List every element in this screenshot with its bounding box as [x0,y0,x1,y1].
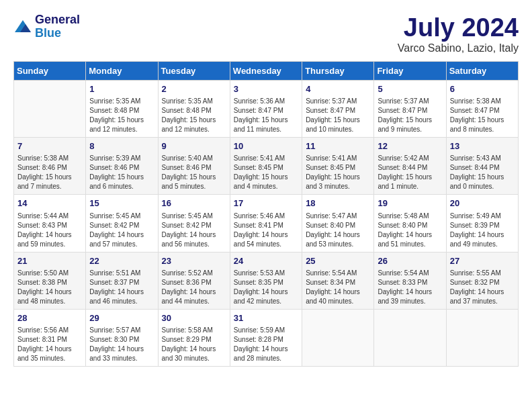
calendar-cell: 11Sunrise: 5:41 AM Sunset: 8:45 PM Dayli… [302,138,374,195]
day-info: Sunrise: 5:40 AM Sunset: 8:46 PM Dayligh… [162,154,226,191]
calendar-cell: 30Sunrise: 5:58 AM Sunset: 8:29 PM Dayli… [158,309,230,366]
day-number: 23 [162,255,226,267]
calendar-cell: 2Sunrise: 5:35 AM Sunset: 8:48 PM Daylig… [158,81,230,138]
day-info: Sunrise: 5:38 AM Sunset: 8:46 PM Dayligh… [17,154,82,191]
calendar-cell [14,81,86,138]
day-number: 8 [89,140,154,152]
calendar-cell: 4Sunrise: 5:37 AM Sunset: 8:47 PM Daylig… [302,81,374,138]
day-info: Sunrise: 5:47 AM Sunset: 8:40 PM Dayligh… [306,212,370,249]
column-header-sunday: Sunday [14,62,86,81]
calendar-week-row: 14Sunrise: 5:44 AM Sunset: 8:43 PM Dayli… [14,195,519,252]
day-number: 20 [450,197,515,210]
calendar-week-row: 1Sunrise: 5:35 AM Sunset: 8:48 PM Daylig… [14,81,519,138]
calendar-cell: 17Sunrise: 5:46 AM Sunset: 8:41 PM Dayli… [230,195,302,252]
day-info: Sunrise: 5:45 AM Sunset: 8:42 PM Dayligh… [89,212,154,249]
calendar-cell: 16Sunrise: 5:45 AM Sunset: 8:42 PM Dayli… [158,195,230,252]
logo: General Blue [13,13,80,40]
day-number: 11 [306,140,370,152]
day-number: 29 [89,312,154,324]
day-info: Sunrise: 5:44 AM Sunset: 8:43 PM Dayligh… [17,212,82,249]
month-title: July 2024 [398,13,519,42]
day-number: 31 [234,312,298,324]
day-number: 19 [378,197,442,210]
day-number: 9 [162,140,226,152]
calendar-week-row: 21Sunrise: 5:50 AM Sunset: 8:38 PM Dayli… [14,252,519,309]
day-info: Sunrise: 5:48 AM Sunset: 8:40 PM Dayligh… [378,212,442,249]
day-number: 22 [89,255,154,267]
calendar-cell [374,309,446,366]
day-number: 30 [162,312,226,324]
day-number: 13 [450,140,515,152]
day-info: Sunrise: 5:51 AM Sunset: 8:37 PM Dayligh… [89,269,154,306]
day-info: Sunrise: 5:58 AM Sunset: 8:29 PM Dayligh… [162,326,226,363]
location-title: Varco Sabino, Lazio, Italy [398,42,519,54]
calendar-cell [446,309,518,366]
column-header-thursday: Thursday [302,62,374,81]
calendar-cell: 6Sunrise: 5:38 AM Sunset: 8:47 PM Daylig… [446,81,518,138]
day-info: Sunrise: 5:37 AM Sunset: 8:47 PM Dayligh… [306,97,370,134]
day-info: Sunrise: 5:54 AM Sunset: 8:34 PM Dayligh… [306,269,370,306]
day-info: Sunrise: 5:54 AM Sunset: 8:33 PM Dayligh… [378,269,442,306]
calendar-cell: 28Sunrise: 5:56 AM Sunset: 8:31 PM Dayli… [14,309,86,366]
column-header-monday: Monday [86,62,158,81]
calendar-cell: 31Sunrise: 5:59 AM Sunset: 8:28 PM Dayli… [230,309,302,366]
day-number: 17 [234,197,298,210]
calendar-cell: 7Sunrise: 5:38 AM Sunset: 8:46 PM Daylig… [14,138,86,195]
logo-text: General Blue [35,13,80,40]
calendar-cell: 25Sunrise: 5:54 AM Sunset: 8:34 PM Dayli… [302,252,374,309]
day-info: Sunrise: 5:57 AM Sunset: 8:30 PM Dayligh… [89,326,154,363]
calendar-cell: 26Sunrise: 5:54 AM Sunset: 8:33 PM Dayli… [374,252,446,309]
calendar-cell: 5Sunrise: 5:37 AM Sunset: 8:47 PM Daylig… [374,81,446,138]
day-number: 12 [378,140,442,152]
day-number: 4 [306,83,370,95]
day-number: 24 [234,255,298,267]
calendar-header-row: SundayMondayTuesdayWednesdayThursdayFrid… [14,62,519,81]
logo-icon [13,19,32,35]
column-header-friday: Friday [374,62,446,81]
calendar-cell: 15Sunrise: 5:45 AM Sunset: 8:42 PM Dayli… [86,195,158,252]
day-info: Sunrise: 5:55 AM Sunset: 8:32 PM Dayligh… [450,269,515,306]
day-info: Sunrise: 5:49 AM Sunset: 8:39 PM Dayligh… [450,212,515,249]
day-number: 18 [306,197,370,210]
column-header-tuesday: Tuesday [158,62,230,81]
day-info: Sunrise: 5:59 AM Sunset: 8:28 PM Dayligh… [234,326,298,363]
calendar-cell [302,309,374,366]
column-header-wednesday: Wednesday [230,62,302,81]
title-area: July 2024 Varco Sabino, Lazio, Italy [398,13,519,54]
day-info: Sunrise: 5:42 AM Sunset: 8:44 PM Dayligh… [378,154,442,191]
calendar-cell: 13Sunrise: 5:43 AM Sunset: 8:44 PM Dayli… [446,138,518,195]
day-number: 21 [17,255,82,267]
calendar-cell: 12Sunrise: 5:42 AM Sunset: 8:44 PM Dayli… [374,138,446,195]
day-number: 26 [378,255,442,267]
calendar-cell: 14Sunrise: 5:44 AM Sunset: 8:43 PM Dayli… [14,195,86,252]
day-info: Sunrise: 5:39 AM Sunset: 8:46 PM Dayligh… [89,154,154,191]
day-info: Sunrise: 5:37 AM Sunset: 8:47 PM Dayligh… [378,97,442,134]
day-number: 14 [17,197,82,210]
day-info: Sunrise: 5:56 AM Sunset: 8:31 PM Dayligh… [17,326,82,363]
calendar-cell: 3Sunrise: 5:36 AM Sunset: 8:47 PM Daylig… [230,81,302,138]
calendar-cell: 20Sunrise: 5:49 AM Sunset: 8:39 PM Dayli… [446,195,518,252]
day-info: Sunrise: 5:50 AM Sunset: 8:38 PM Dayligh… [17,269,82,306]
day-number: 27 [450,255,515,267]
calendar-cell: 27Sunrise: 5:55 AM Sunset: 8:32 PM Dayli… [446,252,518,309]
day-number: 28 [17,312,82,324]
day-number: 2 [162,83,226,95]
calendar-week-row: 28Sunrise: 5:56 AM Sunset: 8:31 PM Dayli… [14,309,519,366]
calendar-cell: 1Sunrise: 5:35 AM Sunset: 8:48 PM Daylig… [86,81,158,138]
calendar-cell: 10Sunrise: 5:41 AM Sunset: 8:45 PM Dayli… [230,138,302,195]
day-info: Sunrise: 5:35 AM Sunset: 8:48 PM Dayligh… [89,97,154,134]
calendar-cell: 29Sunrise: 5:57 AM Sunset: 8:30 PM Dayli… [86,309,158,366]
calendar: SundayMondayTuesdayWednesdayThursdayFrid… [13,61,519,367]
calendar-cell: 19Sunrise: 5:48 AM Sunset: 8:40 PM Dayli… [374,195,446,252]
day-info: Sunrise: 5:53 AM Sunset: 8:35 PM Dayligh… [234,269,298,306]
day-number: 6 [450,83,515,95]
column-header-saturday: Saturday [446,62,518,81]
calendar-cell: 23Sunrise: 5:52 AM Sunset: 8:36 PM Dayli… [158,252,230,309]
calendar-cell: 9Sunrise: 5:40 AM Sunset: 8:46 PM Daylig… [158,138,230,195]
day-number: 10 [234,140,298,152]
header: General Blue July 2024 Varco Sabino, Laz… [13,13,519,54]
day-number: 16 [162,197,226,210]
day-number: 7 [17,140,82,152]
day-number: 25 [306,255,370,267]
day-info: Sunrise: 5:43 AM Sunset: 8:44 PM Dayligh… [450,154,515,191]
